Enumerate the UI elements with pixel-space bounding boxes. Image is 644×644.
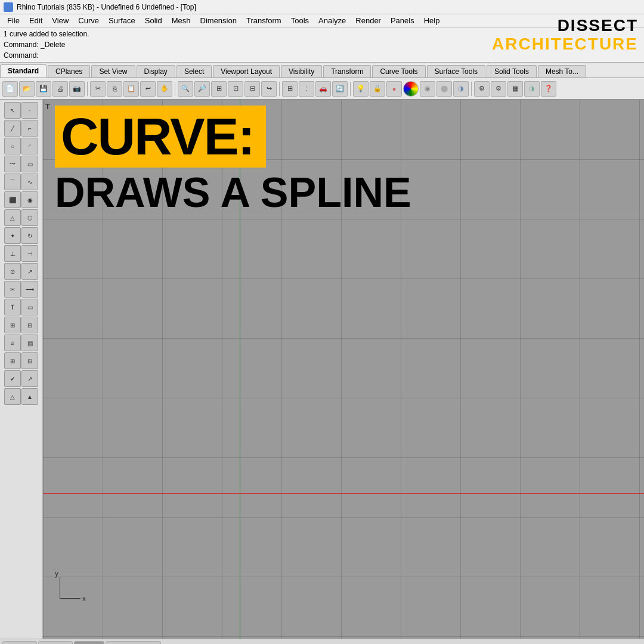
pan-icon[interactable]: ✋ [157,81,172,97]
transform-row1: ✦ ↻ [4,227,38,244]
viewport-tab-top[interactable]: Top [74,641,104,645]
menu-item-tools[interactable]: Tools [286,15,314,26]
menu-item-dimension[interactable]: Dimension [196,15,242,26]
light-icon[interactable]: 💡 [353,81,369,97]
ungroup-icon[interactable]: ⊟ [21,317,38,333]
redo-icon[interactable]: ↪ [261,81,277,97]
grid3-icon[interactable]: ⊟ [21,352,38,369]
arc2-icon[interactable]: ⌒ [4,174,21,190]
zoom-fit-icon[interactable]: ⊞ [211,81,227,97]
menu-item-mesh[interactable]: Mesh [167,15,196,26]
lock-icon[interactable]: 🔒 [370,81,385,97]
panels-icon[interactable]: ▦ [507,81,523,97]
menu-item-transform[interactable]: Transform [242,15,286,26]
move-icon[interactable]: ✦ [4,227,21,244]
menu-item-file[interactable]: File [2,15,24,26]
toolbar-tab-solid-tools[interactable]: Solid Tools [487,65,537,78]
zoom-out-icon[interactable]: 🔎 [194,81,210,97]
sphere-icon[interactable]: ◉ [420,81,435,97]
print-icon[interactable]: 🖨 [52,81,68,97]
menu-item-view[interactable]: View [47,15,73,26]
camera-icon[interactable]: 📷 [69,81,85,97]
toolbar-tab-viewport-layout[interactable]: Viewport Layout [213,65,280,78]
cut-icon[interactable]: ✂ [90,81,106,97]
toolbar-tab-curve-tools[interactable]: Curve Tools [372,65,425,78]
toolbar-tab-visibility[interactable]: Visibility [281,65,322,78]
line-icon[interactable]: ╱ [4,120,21,137]
sphere2-icon[interactable]: ◉ [21,191,38,208]
env-icon[interactable]: ◑ [453,81,469,97]
cyl-icon[interactable]: ⬡ [21,209,38,226]
toolbar-tab-display[interactable]: Display [137,65,175,78]
dim-icon[interactable]: ▭ [21,299,38,315]
rotate-icon[interactable]: 🔄 [332,81,348,97]
toolbar-tab-standard[interactable]: Standard [0,64,47,78]
add-viewport-button[interactable]: + [162,641,177,645]
polyline-icon[interactable]: ⌐ [21,120,38,137]
rect-icon[interactable]: ▭ [21,156,38,172]
title-text: Rhino Tutorials (835 KB) - Undefined 6 U… [17,3,196,11]
mesh-icon[interactable]: △ [4,388,21,405]
group-icon[interactable]: ⊞ [4,317,21,333]
align-icon[interactable]: ⊣ [21,245,38,262]
triangle-icon[interactable]: ▲ [21,388,38,405]
pointer-icon[interactable]: ↖ [4,102,21,119]
circle-icon[interactable]: ○ [4,138,21,154]
car-icon[interactable]: 🚗 [315,81,331,97]
menu-item-surface[interactable]: Surface [104,15,140,26]
grid-icon[interactable]: ⋮ [299,81,314,97]
trim-icon[interactable]: ✂ [4,281,21,298]
freehand-icon[interactable]: 〜 [4,156,21,172]
help-icon[interactable]: ❓ [541,81,556,97]
toolbar-tab-set-view[interactable]: Set View [91,65,135,78]
props-icon[interactable]: ⚙ [491,81,506,97]
new-icon[interactable]: 📄 [2,81,18,97]
toolbar-tab-cplanes[interactable]: CPlanes [48,65,90,78]
paste-icon[interactable]: 📋 [123,81,139,97]
viewport-tab-front[interactable]: Front [38,641,73,645]
save-icon[interactable]: 💾 [36,81,51,97]
snap-icon[interactable]: ⊙ [4,263,21,280]
zoom-in-icon[interactable]: 🔍 [178,81,193,97]
menu-item-panels[interactable]: Panels [386,15,419,26]
layer-icon[interactable]: ≡ [4,335,21,351]
render2-icon[interactable]: ◑ [524,81,540,97]
color-icon[interactable] [403,81,419,97]
viewport-tab-right[interactable]: Right [2,641,37,645]
copy-icon[interactable]: ⎘ [107,81,122,97]
mat-icon[interactable]: ● [386,81,402,97]
toolbar-tab-mesh-to...[interactable]: Mesh To... [538,65,586,78]
toolbar-tab-select[interactable]: Select [177,65,212,78]
viewport-tab-perspective[interactable]: Perspective [106,641,161,645]
viewport-icon[interactable]: ⊞ [282,81,298,97]
menu-item-curve[interactable]: Curve [73,15,104,26]
extend-icon[interactable]: ⟶ [21,281,38,298]
text-icon[interactable]: T [4,299,21,315]
curve2-icon[interactable]: ∿ [21,174,38,190]
hatch-icon[interactable]: ▤ [21,335,38,351]
menu-item-analyze[interactable]: Analyze [314,15,351,26]
toolbar-tab-transform[interactable]: Transform [323,65,371,78]
point-icon[interactable]: · [21,102,38,119]
menu-item-solid[interactable]: Solid [140,15,167,26]
grid2-icon[interactable]: ⊞ [4,352,21,369]
menu-item-help[interactable]: Help [419,15,445,26]
layer-row: ≡ ▤ [4,335,38,351]
constrain-icon[interactable]: ⊥ [4,245,21,262]
rotate2-icon[interactable]: ↻ [21,227,38,244]
cone-icon[interactable]: △ [4,209,21,226]
settings-icon[interactable]: ⚙ [474,81,490,97]
toolbar-tab-surface-tools[interactable]: Surface Tools [427,65,486,78]
menu-item-render[interactable]: Render [351,15,386,26]
zoom-ext-icon[interactable]: ⊟ [244,81,260,97]
zoom-sel-icon[interactable]: ⊡ [228,81,243,97]
check-icon[interactable]: ✔ [4,370,21,387]
arc-icon[interactable]: ◜ [21,138,38,154]
menu-item-edit[interactable]: Edit [24,15,47,26]
analyze-icon[interactable]: ↗ [21,370,38,387]
box-icon[interactable]: ⬛ [4,191,21,208]
undo-icon[interactable]: ↩ [140,81,156,97]
cursor-icon[interactable]: ↗ [21,263,38,280]
render-sphere-icon[interactable]: ⬤ [436,81,452,97]
open-icon[interactable]: 📂 [19,81,35,97]
